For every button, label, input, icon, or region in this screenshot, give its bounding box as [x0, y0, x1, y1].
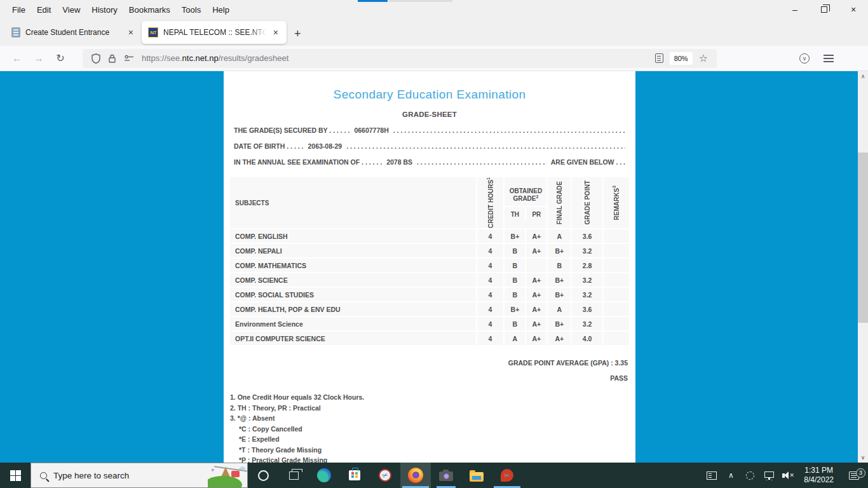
menu-item[interactable]: File — [6, 3, 31, 17]
tab-nepal-telecom[interactable]: NT NEPAL TELECOM :: SEE.NTC.NET × — [142, 21, 287, 44]
grades-table-header-row: SUBJECTS CREDIT HOURS1 OBTAINED GRADE2 T… — [230, 177, 629, 228]
navigation-toolbar: ← → ↻ https://see.ntc.net.np/results/gra… — [0, 46, 868, 71]
folder-icon — [470, 472, 484, 482]
credit-cell: 4 — [476, 332, 504, 345]
tab-title: Create Student Entrance — [25, 28, 121, 37]
news-widget-button[interactable] — [702, 471, 721, 480]
task-view-button[interactable] — [278, 463, 309, 488]
start-button[interactable] — [0, 463, 31, 488]
taskbar-clock[interactable]: 1:31 PM 8/4/2022 — [797, 466, 840, 485]
grade-row: COMP. ENGLISH 4 B+ A+ A 3.6 — [230, 229, 629, 243]
reader-view-icon[interactable] — [655, 53, 663, 63]
menu-item[interactable]: Tools — [176, 3, 207, 17]
clock-time: 1:31 PM — [804, 466, 834, 475]
scroll-up-arrow[interactable]: ∧ — [858, 71, 868, 81]
pocket-icon[interactable]: ∨ — [799, 53, 810, 64]
header-grade-point: GRADE POINT — [571, 177, 602, 228]
close-button[interactable]: × — [839, 0, 868, 19]
cable-car-icon — [231, 471, 240, 477]
subject-cell: OPT.II COMPUTER SCIENCE — [230, 332, 476, 345]
footnote-2: 2. TH : Theory, PR : Practical — [230, 403, 629, 414]
grade-point-cell: 3.2 — [571, 244, 602, 257]
pr-grade-cell: A+ — [525, 332, 546, 345]
menu-hamburger-icon[interactable] — [824, 55, 834, 56]
firefox-button[interactable] — [400, 463, 431, 488]
meet-now-button[interactable] — [740, 471, 759, 480]
menu-item[interactable]: Bookmarks — [123, 3, 176, 17]
cortana-icon — [258, 470, 269, 481]
system-tray: ∧ ✕ 1:31 PM 8/4/2022 3 — [702, 463, 868, 488]
scroll-down-arrow[interactable]: ∨ — [858, 452, 868, 463]
volume-button[interactable]: ✕ — [778, 471, 797, 479]
notification-count-badge: 3 — [856, 468, 865, 478]
th-grade-cell: B — [503, 317, 525, 330]
loading-strip-blue — [358, 0, 388, 2]
search-icon — [40, 472, 47, 479]
maximize-button[interactable] — [810, 0, 839, 19]
show-hidden-icons-button[interactable]: ∧ — [721, 471, 740, 480]
menu-item[interactable]: Help — [207, 3, 235, 17]
grade-row: COMP. HEALTH, POP & ENV EDU 4 B+ A+ A 3.… — [230, 302, 629, 316]
subject-cell: COMP. MATHEMATICS — [230, 259, 476, 272]
footnote-copy-cancelled: *C : Copy Cancelled — [230, 424, 629, 435]
grade-point-cell: 3.2 — [571, 317, 602, 330]
windows-logo-icon — [10, 470, 21, 481]
camera-icon — [439, 471, 453, 481]
notification-center-button[interactable]: 3 — [840, 471, 868, 480]
bookmark-star-icon[interactable]: ☆ — [699, 52, 708, 64]
taskbar-search-box[interactable]: Type here to search ✦ ☁ — [31, 463, 248, 488]
final-grade-cell: B+ — [546, 288, 571, 301]
menu-item[interactable]: Edit — [31, 3, 57, 17]
footnotes: 1. One Credit Hour equals 32 Clock Hours… — [230, 392, 629, 463]
subject-cell: COMP. SOCIAL STUDIES — [230, 288, 476, 301]
header-subjects: SUBJECTS — [230, 177, 476, 228]
header-credit-hours: CREDIT HOURS1 — [476, 177, 504, 228]
grade-point-cell: 3.6 — [571, 229, 602, 243]
lock-icon[interactable] — [108, 53, 116, 64]
final-grade-cell: B+ — [546, 244, 571, 257]
url-bar[interactable]: https://see.ntc.net.np/results/gradeshee… — [83, 49, 717, 68]
remarks-cell — [602, 244, 629, 257]
final-grade-cell: A — [546, 229, 571, 243]
network-button[interactable] — [759, 473, 778, 478]
permissions-icon[interactable] — [124, 55, 134, 62]
clock-date: 8/4/2022 — [804, 475, 834, 485]
grades-table: SUBJECTS CREDIT HOURS1 OBTAINED GRADE2 T… — [230, 176, 629, 346]
snipping-tool-button[interactable]: ✂ — [370, 463, 400, 488]
tab-close-icon[interactable]: × — [126, 27, 135, 37]
forward-button[interactable]: → — [28, 53, 50, 64]
th-grade-cell: B+ — [503, 229, 525, 243]
subject-cell: COMP. NEPALI — [230, 244, 476, 257]
remarks-cell — [602, 259, 629, 272]
reload-button[interactable]: ↻ — [50, 52, 71, 64]
tab-create-student-entrance[interactable]: Create Student Entrance × — [5, 21, 142, 44]
shield-icon[interactable] — [92, 53, 100, 64]
edge-button[interactable] — [309, 463, 339, 488]
credit-cell: 4 — [476, 229, 504, 243]
microsoft-store-button[interactable] — [339, 463, 370, 488]
menu-item[interactable]: View — [57, 3, 86, 17]
th-grade-cell: B — [503, 273, 525, 287]
tab-close-icon[interactable]: × — [271, 27, 280, 37]
footnote-practical-missing: *P : Practical Grade Missing — [230, 455, 629, 463]
browser-window: FileEditViewHistoryBookmarksToolsHelp – … — [0, 0, 868, 488]
zoom-level-badge[interactable]: 80% — [670, 52, 693, 65]
file-explorer-button[interactable] — [461, 463, 492, 488]
firefox-icon — [408, 468, 423, 483]
th-grade-cell: B+ — [503, 302, 525, 316]
scrollbar-thumb[interactable] — [858, 152, 868, 323]
back-button[interactable]: ← — [6, 53, 28, 64]
cortana-button[interactable] — [248, 463, 278, 488]
final-grade-cell: A+ — [546, 332, 571, 345]
credit-cell: 4 — [476, 273, 504, 287]
snipping-tool-icon: ✂ — [377, 467, 393, 484]
paint-app-button[interactable]: ✂ — [492, 463, 522, 488]
new-tab-button[interactable]: + — [287, 27, 309, 41]
grade-point-cell: 3.6 — [571, 302, 602, 316]
minimize-button[interactable]: – — [780, 0, 810, 19]
subject-cell: COMP. SCIENCE — [230, 273, 476, 287]
page-scrollbar[interactable]: ∧ ∨ — [858, 71, 868, 463]
menu-item[interactable]: History — [86, 3, 123, 17]
camera-button[interactable] — [431, 463, 461, 488]
grade-row: COMP. MATHEMATICS 4 B B 2.8 — [230, 259, 629, 272]
